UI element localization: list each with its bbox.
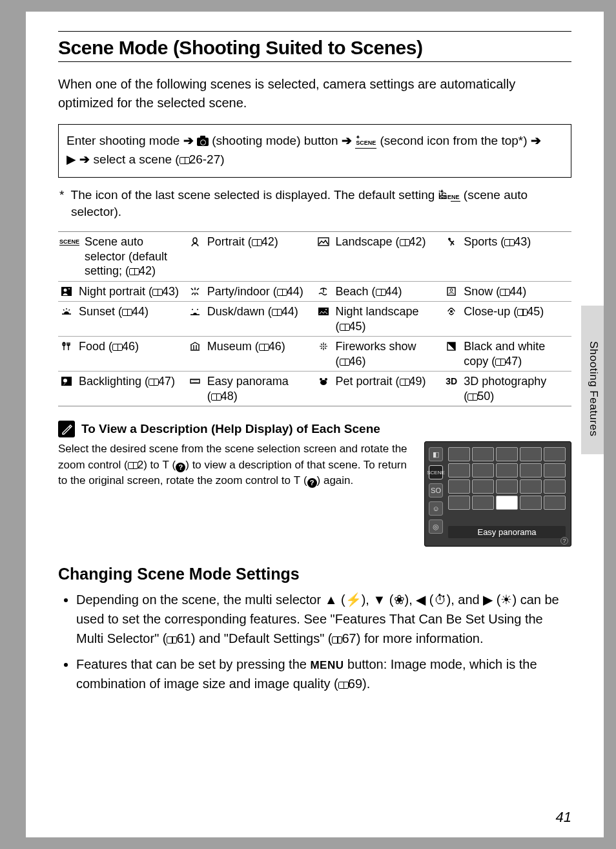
macro-icon: ❀ [394,592,405,607]
scene-cell: Backlighting (47) [58,372,187,406]
side-tab-label: Shooting Features [587,341,600,436]
right-triangle-icon: ▶ [67,150,76,169]
svg-point-7 [197,309,198,310]
instruction-text: Enter shooting mode [67,134,183,147]
lcd-preview: ◧ SCENE SO ☺ ◎ Easy panorama ? [424,441,571,547]
camera-icon [197,138,209,146]
grid-scene-icon [544,463,566,477]
scene-cell: Beach (44) [315,281,444,302]
grid-scene-icon [544,496,566,510]
dusk-icon [188,304,202,317]
scene-label: Landscape (42) [336,235,442,249]
scene-cell: 3D3D photography (50) [443,372,571,406]
svg-point-12 [323,346,324,347]
grid-scene-icon [472,447,494,461]
help-section-header: To View a Description (Help Display) of … [58,421,571,437]
manual-page: Shooting Features Scene Mode (Shooting S… [26,12,604,837]
food-icon [59,339,74,352]
grid-scene-icon [520,479,542,494]
svg-point-15 [63,379,67,383]
scene-cell: Portrait (42) [187,232,315,282]
scene-label: Museum (46) [207,339,314,354]
book-ref-icon [332,636,342,644]
lcd-scene-grid [448,447,566,510]
beach-icon [316,284,331,297]
scene-cell: Dusk/dawn (44) [187,302,315,337]
arrow-icon: ➔ [342,134,352,147]
museum-icon [188,339,202,352]
arrow-icon: ➔ [531,134,541,147]
scene-cell: Party/indoor (44) [187,281,315,302]
grid-scene-selected-icon [496,496,518,510]
svg-point-17 [320,380,327,385]
arrow-icon: ➔ [79,152,90,166]
scene-label: Night landscape (45) [336,304,442,333]
scene-label: Party/indoor (44) [207,284,314,299]
bullet-item: Depending on the scene, the multi select… [76,590,571,648]
top-rule [58,31,571,32]
grid-scene-icon [472,496,494,510]
scene-label: Pet portrait (49) [336,374,442,389]
scene-cell: Close-up (45) [443,302,571,337]
bullet-item: Features that can be set by pressing the… [76,655,571,693]
instruction-text: select a scene ( [94,152,180,166]
grid-scene-icon [496,463,518,477]
grid-scene-icon [448,496,470,510]
scene-cell: Landscape (42) [315,232,444,282]
3d-icon: 3D [444,374,458,387]
scene-label: Close-up (45) [464,304,570,319]
scene-cell: Fireworks show (46) [315,337,444,372]
lcd-mode-so-icon: SO [429,483,443,498]
svg-rect-0 [318,238,329,246]
exposure-comp-icon: ☀ [500,592,512,607]
grid-scene-icon [496,479,518,494]
scene-cell: Snow (44) [443,281,571,302]
scene-table: SCENEScene auto selector (default settin… [58,231,571,406]
instruction-ref: 26-27 [189,152,221,166]
svg-point-6 [450,289,453,291]
scene-label: Scene auto selector (default setting; (4… [85,235,185,278]
help-title: To View a Description (Help Display) of … [81,422,380,436]
closeup-icon [444,304,458,317]
grid-scene-icon [448,463,470,477]
svg-point-18 [320,378,322,381]
lcd-mode-target-icon: ◎ [429,519,443,534]
svg-point-3 [64,288,67,291]
sports-icon [444,235,458,247]
grid-scene-icon [544,447,566,461]
help-text: Select the desired scene from the scene … [58,441,413,489]
night-portrait-icon [59,284,74,297]
lcd-mode-smile-icon: ☺ [429,501,443,516]
scene-cell: Black and white copy (47) [443,337,571,372]
scene-label: Fireworks show (46) [336,339,442,368]
grid-scene-icon [472,463,494,477]
grid-scene-icon [496,447,518,461]
backlight-icon [59,374,74,387]
scene-label: Backlighting (47) [79,374,185,389]
instruction-text: (second icon from the top*) [380,134,530,147]
intro-paragraph: When one of the following scenes is sele… [58,75,571,112]
snow-icon [444,284,458,297]
grid-scene-icon [448,479,470,494]
party-icon [188,284,202,297]
lcd-help-icon: ? [560,537,568,545]
book-ref-icon [128,462,138,469]
sunset-icon [59,304,74,317]
footnote: * The icon of the last scene selected is… [58,187,571,221]
instruction-box: Enter shooting mode ➔ (shooting mode) bu… [58,124,571,178]
menu-button-label: MENU [310,659,344,671]
flash-icon: ⚡ [345,592,362,607]
scene-mode-icon: SCENE [451,193,460,202]
page-number: 41 [556,809,571,826]
scene-cell: Easy panorama (48) [187,372,315,406]
grid-scene-icon [448,447,470,461]
lcd-mode-scene-icon: SCENE [429,465,443,479]
portrait-icon [188,235,202,247]
book-ref-icon [180,157,190,164]
svg-point-19 [325,378,327,381]
scene-cell: Night portrait (43) [58,281,187,302]
scene-label: Dusk/dawn (44) [207,304,314,319]
pet-icon [316,374,331,387]
scene-label: Sports (43) [464,235,570,249]
scene-label: Beach (44) [336,284,442,299]
